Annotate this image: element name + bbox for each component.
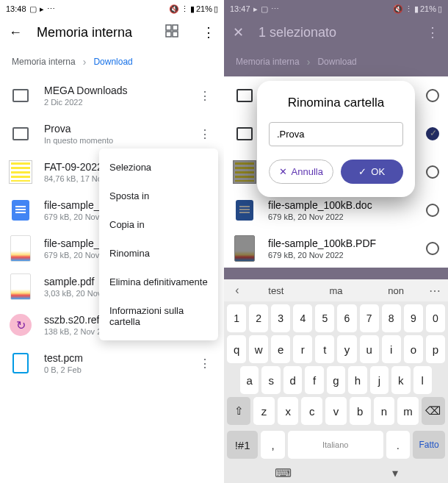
appbar: ← Memoria interna ⋮ xyxy=(0,18,224,47)
key-w[interactable]: w xyxy=(249,335,268,363)
key-z[interactable]: z xyxy=(253,397,275,425)
key-a[interactable]: a xyxy=(240,366,259,394)
overflow-icon[interactable]: ⋮ xyxy=(202,24,215,40)
gallery-icon: ▢ xyxy=(261,4,268,14)
done-key[interactable]: Fatto xyxy=(413,431,445,459)
breadcrumb-root[interactable]: Memoria interna xyxy=(236,57,300,67)
shift-key[interactable]: ⇧ xyxy=(227,397,250,425)
key-s[interactable]: s xyxy=(261,366,280,394)
page-title: Memoria interna xyxy=(37,25,151,40)
menu-item-rename[interactable]: Rinomina xyxy=(99,239,218,268)
breadcrumb-current[interactable]: Download xyxy=(317,57,356,67)
ok-button[interactable]: ✓ OK xyxy=(341,160,404,184)
menu-item-copy[interactable]: Copia in xyxy=(99,210,218,239)
key-4[interactable]: 4 xyxy=(293,304,312,332)
key-f[interactable]: f xyxy=(305,366,323,394)
key-9[interactable]: 9 xyxy=(404,304,423,332)
cancel-button[interactable]: ✕ Annulla xyxy=(269,160,333,184)
symbols-key[interactable]: !#1 xyxy=(227,431,258,459)
list-item[interactable]: test.pcm0 B, 2 Feb ⋮ xyxy=(0,344,224,382)
key-t[interactable]: t xyxy=(315,335,334,363)
wifi-icon: ⋮ xyxy=(405,4,413,14)
key-d[interactable]: d xyxy=(283,366,302,394)
key-y[interactable]: y xyxy=(337,335,356,363)
menu-item-move[interactable]: Sposta in xyxy=(99,182,218,210)
key-6[interactable]: 6 xyxy=(337,304,356,332)
suggestion[interactable]: non xyxy=(366,285,426,296)
back-icon[interactable]: ← xyxy=(9,25,22,40)
folder-icon xyxy=(236,89,253,102)
more-icon[interactable]: ⋯ xyxy=(426,284,444,298)
menu-item-select[interactable]: Seleziona xyxy=(99,153,218,182)
key-8[interactable]: 8 xyxy=(382,304,401,332)
key-h[interactable]: h xyxy=(348,366,366,394)
key-o[interactable]: o xyxy=(404,335,423,363)
checkbox[interactable] xyxy=(426,204,439,217)
suggestion[interactable]: test xyxy=(246,285,306,296)
key-r[interactable]: r xyxy=(293,335,312,363)
key-b[interactable]: b xyxy=(350,397,371,425)
key-l[interactable]: l xyxy=(413,366,432,394)
key-v[interactable]: v xyxy=(325,397,347,425)
chevron-right-icon: › xyxy=(83,56,87,68)
overflow-icon[interactable]: ⋮ xyxy=(426,24,439,40)
checkbox[interactable] xyxy=(426,165,439,179)
key-p[interactable]: p xyxy=(426,335,445,363)
breadcrumb-current[interactable]: Download xyxy=(93,57,132,67)
list-item[interactable]: MEGA Downloads2 Dic 2022 ⋮ xyxy=(0,76,224,115)
suggestion[interactable]: ma xyxy=(306,285,366,296)
item-name: Prova xyxy=(44,123,183,135)
key-3[interactable]: 3 xyxy=(271,304,290,332)
rename-input[interactable] xyxy=(269,122,403,146)
key-2[interactable]: 2 xyxy=(249,304,268,332)
comma-key[interactable]: , xyxy=(261,431,284,459)
dialog-title: Rinomina cartella xyxy=(269,96,403,110)
key-k[interactable]: k xyxy=(391,366,410,394)
item-more-icon[interactable]: ⋮ xyxy=(195,123,215,146)
breadcrumb: Memoria interna › Download xyxy=(0,47,224,76)
key-1[interactable]: 1 xyxy=(227,304,246,332)
space-key[interactable]: Italiano xyxy=(288,431,383,459)
list-item[interactable]: file-sample_100kB.PDF679 kB, 20 Nov 2022 xyxy=(224,229,448,268)
item-name: test.pcm xyxy=(44,352,183,364)
key-g[interactable]: g xyxy=(327,366,345,394)
breadcrumb-root[interactable]: Memoria interna xyxy=(12,57,76,67)
menu-item-info[interactable]: Informazioni sulla cartella xyxy=(99,296,218,336)
menu-item-delete[interactable]: Elimina definitivamente xyxy=(99,268,218,296)
keyboard-switch-icon[interactable]: ⌨ xyxy=(275,466,292,480)
checkbox[interactable] xyxy=(426,242,439,255)
youtube-icon: ▸ xyxy=(253,4,258,14)
svg-rect-0 xyxy=(166,25,171,30)
checkbox[interactable] xyxy=(426,89,439,102)
key-i[interactable]: i xyxy=(382,335,401,363)
key-q[interactable]: q xyxy=(227,335,246,363)
key-5[interactable]: 5 xyxy=(315,304,334,332)
period-key[interactable]: . xyxy=(386,431,410,459)
item-name: file-sample_100kB.PDF xyxy=(268,237,414,249)
key-u[interactable]: u xyxy=(360,335,379,363)
chevron-left-icon[interactable]: ‹ xyxy=(228,284,246,297)
close-icon[interactable]: ✕ xyxy=(233,24,244,40)
list-item[interactable]: ProvaIn questo momento ⋮ xyxy=(0,115,224,153)
mute-icon: 🔇 xyxy=(169,4,179,14)
status-time: 13:48 xyxy=(6,4,26,13)
keyboard: 1234567890 qwertyuiop asdfghjkl ⇧ zxcvbn… xyxy=(224,301,448,483)
grid-view-icon[interactable] xyxy=(165,24,178,40)
key-e[interactable]: e xyxy=(271,335,290,363)
key-x[interactable]: x xyxy=(278,397,299,425)
rename-dialog: Rinomina cartella ✕ Annulla ✓ OK xyxy=(257,81,415,197)
key-0[interactable]: 0 xyxy=(426,304,445,332)
item-more-icon[interactable]: ⋮ xyxy=(195,352,215,375)
key-n[interactable]: n xyxy=(374,397,395,425)
key-m[interactable]: m xyxy=(397,397,419,425)
key-c[interactable]: c xyxy=(301,397,322,425)
folder-icon xyxy=(12,89,29,102)
file-icon xyxy=(12,353,29,373)
checkbox-checked[interactable] xyxy=(426,127,439,140)
keyboard-hide-icon[interactable]: ▾ xyxy=(392,466,398,480)
key-j[interactable]: j xyxy=(370,366,389,394)
item-more-icon[interactable]: ⋮ xyxy=(195,85,215,107)
item-name: MEGA Downloads xyxy=(44,85,183,96)
key-7[interactable]: 7 xyxy=(360,304,379,332)
backspace-key[interactable]: ⌫ xyxy=(422,397,445,425)
